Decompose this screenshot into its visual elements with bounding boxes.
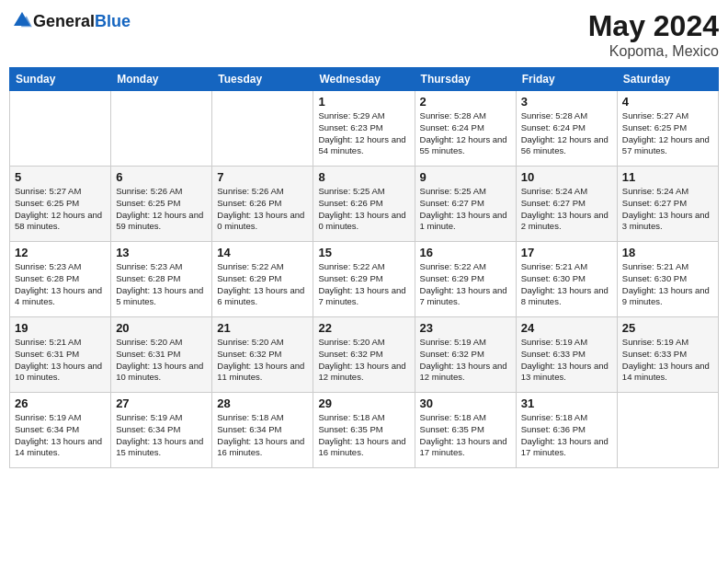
table-row: 18Sunrise: 5:21 AM Sunset: 6:30 PM Dayli… xyxy=(617,242,718,317)
table-row: 30Sunrise: 5:18 AM Sunset: 6:35 PM Dayli… xyxy=(415,393,516,468)
day-number: 20 xyxy=(116,321,207,335)
logo-icon xyxy=(11,9,33,31)
calendar-week-4: 19Sunrise: 5:21 AM Sunset: 6:31 PM Dayli… xyxy=(10,317,719,393)
table-row: 16Sunrise: 5:22 AM Sunset: 6:29 PM Dayli… xyxy=(415,242,516,317)
day-info: Sunrise: 5:21 AM Sunset: 6:30 PM Dayligh… xyxy=(521,261,612,308)
day-number: 17 xyxy=(521,246,612,259)
title-block: May 2024 Kopoma, Mexico xyxy=(588,9,719,60)
logo: GeneralBlue xyxy=(9,9,131,35)
day-number: 30 xyxy=(420,396,511,410)
page: GeneralBlue May 2024 Kopoma, Mexico Sund… xyxy=(0,0,728,563)
table-row: 21Sunrise: 5:20 AM Sunset: 6:32 PM Dayli… xyxy=(212,317,313,393)
month-title: May 2024 xyxy=(588,9,719,43)
col-tuesday: Tuesday xyxy=(212,68,313,91)
day-number: 22 xyxy=(318,321,409,335)
day-info: Sunrise: 5:20 AM Sunset: 6:32 PM Dayligh… xyxy=(217,337,308,384)
day-info: Sunrise: 5:24 AM Sunset: 6:27 PM Dayligh… xyxy=(622,186,713,233)
day-number: 1 xyxy=(318,95,409,109)
col-monday: Monday xyxy=(111,68,212,91)
day-info: Sunrise: 5:20 AM Sunset: 6:31 PM Dayligh… xyxy=(116,337,207,384)
day-info: Sunrise: 5:23 AM Sunset: 6:28 PM Dayligh… xyxy=(15,261,106,308)
table-row: 13Sunrise: 5:23 AM Sunset: 6:28 PM Dayli… xyxy=(111,242,212,317)
table-row: 5Sunrise: 5:27 AM Sunset: 6:25 PM Daylig… xyxy=(10,167,111,242)
day-info: Sunrise: 5:28 AM Sunset: 6:24 PM Dayligh… xyxy=(521,110,612,157)
day-number: 21 xyxy=(217,321,308,335)
day-number: 6 xyxy=(116,170,207,184)
table-row: 2Sunrise: 5:28 AM Sunset: 6:24 PM Daylig… xyxy=(415,91,516,167)
day-info: Sunrise: 5:22 AM Sunset: 6:29 PM Dayligh… xyxy=(420,261,511,308)
table-row: 23Sunrise: 5:19 AM Sunset: 6:32 PM Dayli… xyxy=(415,317,516,393)
header: GeneralBlue May 2024 Kopoma, Mexico xyxy=(9,9,719,60)
calendar-header-row: Sunday Monday Tuesday Wednesday Thursday… xyxy=(10,68,719,91)
day-info: Sunrise: 5:26 AM Sunset: 6:26 PM Dayligh… xyxy=(217,186,308,233)
calendar-week-1: 1Sunrise: 5:29 AM Sunset: 6:23 PM Daylig… xyxy=(10,91,719,167)
table-row xyxy=(617,393,718,468)
day-info: Sunrise: 5:22 AM Sunset: 6:29 PM Dayligh… xyxy=(318,261,409,308)
table-row xyxy=(111,91,212,167)
calendar-table: Sunday Monday Tuesday Wednesday Thursday… xyxy=(9,67,719,468)
table-row: 9Sunrise: 5:25 AM Sunset: 6:27 PM Daylig… xyxy=(415,167,516,242)
day-number: 8 xyxy=(318,170,409,184)
calendar-week-3: 12Sunrise: 5:23 AM Sunset: 6:28 PM Dayli… xyxy=(10,242,719,317)
day-number: 10 xyxy=(521,170,612,184)
table-row: 11Sunrise: 5:24 AM Sunset: 6:27 PM Dayli… xyxy=(617,167,718,242)
table-row: 19Sunrise: 5:21 AM Sunset: 6:31 PM Dayli… xyxy=(10,317,111,393)
table-row: 20Sunrise: 5:20 AM Sunset: 6:31 PM Dayli… xyxy=(111,317,212,393)
day-info: Sunrise: 5:27 AM Sunset: 6:25 PM Dayligh… xyxy=(15,186,106,233)
day-info: Sunrise: 5:24 AM Sunset: 6:27 PM Dayligh… xyxy=(521,186,612,233)
day-number: 3 xyxy=(521,95,612,109)
location: Kopoma, Mexico xyxy=(588,43,719,60)
day-number: 27 xyxy=(116,396,207,410)
day-number: 25 xyxy=(622,321,713,335)
day-number: 11 xyxy=(622,170,713,184)
table-row: 14Sunrise: 5:22 AM Sunset: 6:29 PM Dayli… xyxy=(212,242,313,317)
day-info: Sunrise: 5:19 AM Sunset: 6:34 PM Dayligh… xyxy=(116,412,207,459)
calendar-week-2: 5Sunrise: 5:27 AM Sunset: 6:25 PM Daylig… xyxy=(10,167,719,242)
day-info: Sunrise: 5:19 AM Sunset: 6:34 PM Dayligh… xyxy=(15,412,106,459)
day-number: 9 xyxy=(420,170,511,184)
table-row: 31Sunrise: 5:18 AM Sunset: 6:36 PM Dayli… xyxy=(516,393,617,468)
table-row: 26Sunrise: 5:19 AM Sunset: 6:34 PM Dayli… xyxy=(10,393,111,468)
table-row: 22Sunrise: 5:20 AM Sunset: 6:32 PM Dayli… xyxy=(313,317,415,393)
table-row: 27Sunrise: 5:19 AM Sunset: 6:34 PM Dayli… xyxy=(111,393,212,468)
day-number: 31 xyxy=(521,396,612,410)
day-number: 13 xyxy=(116,246,207,259)
day-number: 29 xyxy=(318,396,409,410)
day-info: Sunrise: 5:27 AM Sunset: 6:25 PM Dayligh… xyxy=(622,110,713,157)
day-number: 7 xyxy=(217,170,308,184)
day-info: Sunrise: 5:25 AM Sunset: 6:27 PM Dayligh… xyxy=(420,186,511,233)
day-info: Sunrise: 5:18 AM Sunset: 6:35 PM Dayligh… xyxy=(420,412,511,459)
day-number: 19 xyxy=(15,321,106,335)
day-info: Sunrise: 5:19 AM Sunset: 6:33 PM Dayligh… xyxy=(521,337,612,384)
day-number: 14 xyxy=(217,246,308,259)
table-row: 12Sunrise: 5:23 AM Sunset: 6:28 PM Dayli… xyxy=(10,242,111,317)
day-number: 12 xyxy=(15,246,106,259)
day-number: 28 xyxy=(217,396,308,410)
day-number: 15 xyxy=(318,246,409,259)
day-info: Sunrise: 5:28 AM Sunset: 6:24 PM Dayligh… xyxy=(420,110,511,157)
day-info: Sunrise: 5:19 AM Sunset: 6:32 PM Dayligh… xyxy=(420,337,511,384)
day-number: 5 xyxy=(15,170,106,184)
day-number: 16 xyxy=(420,246,511,259)
day-number: 23 xyxy=(420,321,511,335)
table-row: 24Sunrise: 5:19 AM Sunset: 6:33 PM Dayli… xyxy=(516,317,617,393)
logo-blue: Blue xyxy=(95,12,131,30)
day-info: Sunrise: 5:18 AM Sunset: 6:35 PM Dayligh… xyxy=(318,412,409,459)
table-row: 6Sunrise: 5:26 AM Sunset: 6:25 PM Daylig… xyxy=(111,167,212,242)
day-info: Sunrise: 5:21 AM Sunset: 6:30 PM Dayligh… xyxy=(622,261,713,308)
calendar-week-5: 26Sunrise: 5:19 AM Sunset: 6:34 PM Dayli… xyxy=(10,393,719,468)
day-info: Sunrise: 5:25 AM Sunset: 6:26 PM Dayligh… xyxy=(318,186,409,233)
table-row xyxy=(212,91,313,167)
day-info: Sunrise: 5:20 AM Sunset: 6:32 PM Dayligh… xyxy=(318,337,409,384)
col-saturday: Saturday xyxy=(617,68,718,91)
day-number: 2 xyxy=(420,95,511,109)
table-row: 28Sunrise: 5:18 AM Sunset: 6:34 PM Dayli… xyxy=(212,393,313,468)
day-number: 24 xyxy=(521,321,612,335)
table-row: 7Sunrise: 5:26 AM Sunset: 6:26 PM Daylig… xyxy=(212,167,313,242)
day-info: Sunrise: 5:19 AM Sunset: 6:33 PM Dayligh… xyxy=(622,337,713,384)
table-row xyxy=(10,91,111,167)
table-row: 10Sunrise: 5:24 AM Sunset: 6:27 PM Dayli… xyxy=(516,167,617,242)
day-number: 18 xyxy=(622,246,713,259)
table-row: 25Sunrise: 5:19 AM Sunset: 6:33 PM Dayli… xyxy=(617,317,718,393)
table-row: 3Sunrise: 5:28 AM Sunset: 6:24 PM Daylig… xyxy=(516,91,617,167)
